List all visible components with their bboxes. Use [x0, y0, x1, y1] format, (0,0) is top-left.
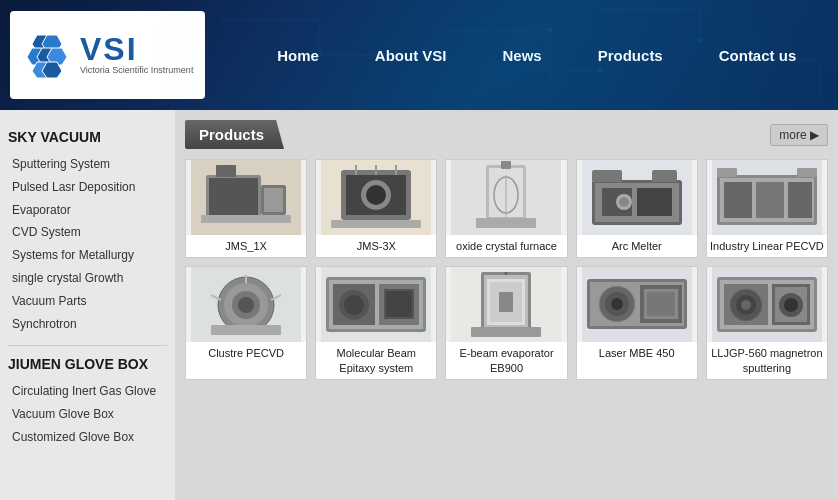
nav-home[interactable]: Home	[249, 39, 347, 72]
svg-point-34	[366, 185, 386, 205]
product-img-oxide	[446, 160, 566, 235]
svg-rect-50	[637, 188, 672, 216]
svg-rect-43	[501, 161, 511, 169]
main-content: SKY VACUUM Sputtering System Pulsed Lasr…	[0, 110, 838, 500]
svg-point-54	[619, 197, 629, 207]
sidebar-section-sky-vacuum: SKY VACUUM	[8, 129, 167, 145]
logo-subtitle: Victoria Scientific Instrument	[80, 65, 193, 77]
products-panel-title: Products	[185, 120, 284, 149]
product-oxide-crystal[interactable]: oxide crystal furnace	[445, 159, 567, 258]
svg-rect-25	[209, 178, 258, 217]
svg-rect-51	[592, 170, 622, 182]
svg-rect-60	[788, 182, 812, 218]
product-name-linear: Industry Linear PECVD	[708, 235, 826, 257]
nav-contact[interactable]: Contact us	[691, 39, 825, 72]
nav-news[interactable]: News	[475, 39, 570, 72]
sidebar-item-pulsed[interactable]: Pulsed Lasr Deposition	[8, 176, 167, 199]
svg-point-108	[784, 298, 798, 312]
product-laser-mbe[interactable]: Laser MBE 450	[576, 266, 698, 380]
header: VSI Victoria Scientific Instrument Home …	[0, 0, 838, 110]
product-name-jms3x: JMS-3X	[355, 235, 398, 257]
sidebar-item-synchrotron[interactable]: Synchrotron	[8, 313, 167, 336]
product-name-oxide: oxide crystal furnace	[454, 235, 559, 257]
product-img-jms3x	[316, 160, 436, 235]
product-arc-melter[interactable]: Arc Melter	[576, 159, 698, 258]
sidebar-section-jiumen: JIUMEN GLOVE BOX	[8, 356, 167, 372]
product-img-lljgp	[707, 267, 827, 342]
product-name-jms1x: JMS_1X	[223, 235, 269, 257]
svg-rect-97	[647, 292, 675, 316]
sidebar: SKY VACUUM Sputtering System Pulsed Lasr…	[0, 110, 175, 500]
product-jms3x[interactable]: JMS-3X	[315, 159, 437, 258]
product-mbe[interactable]: Molecular Beam Epitaxy system	[315, 266, 437, 380]
svg-rect-52	[652, 170, 677, 182]
sidebar-item-evaporator[interactable]: Evaporator	[8, 199, 167, 222]
product-img-linear	[707, 160, 827, 235]
logo-vsi-text: VSI	[80, 33, 193, 65]
sidebar-item-sputtering[interactable]: Sputtering System	[8, 153, 167, 176]
more-button[interactable]: more ▶	[770, 124, 828, 146]
nav-about[interactable]: About VSI	[347, 39, 475, 72]
svg-rect-59	[756, 182, 784, 218]
product-name-laser: Laser MBE 450	[597, 342, 677, 364]
product-jms1x[interactable]: JMS_1X	[185, 159, 307, 258]
products-header: Products more ▶	[185, 120, 828, 149]
sidebar-item-vacuum-glove[interactable]: Vacuum Glove Box	[8, 403, 167, 426]
logo-icon	[22, 30, 72, 80]
svg-rect-86	[471, 327, 541, 337]
sidebar-item-crystal[interactable]: single crystal Growth	[8, 267, 167, 290]
nav-products[interactable]: Products	[570, 39, 691, 72]
svg-rect-58	[724, 182, 752, 218]
product-img-ebeam	[446, 267, 566, 342]
product-name-mbe: Molecular Beam Epitaxy system	[316, 342, 436, 379]
svg-rect-42	[476, 218, 536, 228]
product-lljgp[interactable]: LLJGP-560 magnetron sputtering	[706, 266, 828, 380]
product-ebeam[interactable]: E-beam evaporator EB900	[445, 266, 567, 380]
product-name-lljgp: LLJGP-560 magnetron sputtering	[707, 342, 827, 379]
svg-rect-29	[216, 165, 236, 177]
sidebar-item-metallurgy[interactable]: Systems for Metallurgy	[8, 244, 167, 267]
product-name-clustre: Clustre PECVD	[206, 342, 286, 364]
products-grid: JMS_1X JMS-3X	[185, 159, 828, 380]
product-industry-linear[interactable]: Industry Linear PECVD	[706, 159, 828, 258]
svg-rect-68	[211, 325, 281, 335]
product-clustre[interactable]: Clustre PECVD	[185, 266, 307, 380]
product-img-mbe	[316, 267, 436, 342]
sidebar-item-circulating[interactable]: Circulating Inert Gas Glove	[8, 380, 167, 403]
svg-rect-61	[717, 168, 737, 177]
product-name-arc: Arc Melter	[610, 235, 664, 257]
svg-rect-35	[331, 220, 421, 228]
svg-rect-28	[201, 215, 291, 223]
sidebar-item-customized[interactable]: Customized Glove Box	[8, 426, 167, 449]
logo-text: VSI Victoria Scientific Instrument	[80, 33, 193, 77]
product-img-clustre	[186, 267, 306, 342]
products-panel: Products more ▶ JMS_1X	[175, 110, 838, 500]
svg-point-67	[238, 297, 254, 313]
svg-rect-62	[797, 168, 817, 177]
svg-rect-27	[264, 188, 283, 212]
sidebar-item-vacuum-parts[interactable]: Vacuum Parts	[8, 290, 167, 313]
svg-rect-88	[499, 292, 513, 312]
product-img-jms1x	[186, 160, 306, 235]
navigation: Home About VSI News Products Contact us	[235, 39, 838, 72]
product-name-ebeam: E-beam evaporator EB900	[446, 342, 566, 379]
product-img-arc	[577, 160, 697, 235]
svg-point-78	[344, 295, 364, 315]
logo[interactable]: VSI Victoria Scientific Instrument	[10, 11, 205, 99]
svg-rect-80	[386, 291, 412, 317]
sidebar-divider	[8, 345, 167, 346]
svg-point-94	[611, 298, 623, 310]
svg-point-104	[741, 300, 751, 310]
product-img-laser	[577, 267, 697, 342]
svg-point-15	[548, 28, 552, 32]
sidebar-item-cvd[interactable]: CVD System	[8, 221, 167, 244]
